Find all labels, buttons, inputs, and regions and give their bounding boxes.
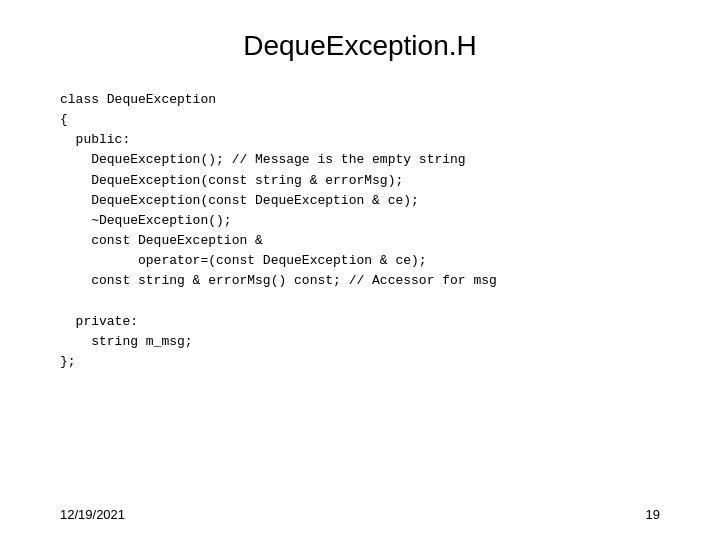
footer-date: 12/19/2021 (60, 507, 125, 522)
footer-page: 19 (646, 507, 660, 522)
slide-title: DequeException.H (60, 30, 660, 62)
slide: DequeException.H class DequeException { … (0, 0, 720, 540)
footer: 12/19/2021 19 (60, 507, 660, 522)
code-block: class DequeException { public: DequeExce… (60, 90, 660, 372)
